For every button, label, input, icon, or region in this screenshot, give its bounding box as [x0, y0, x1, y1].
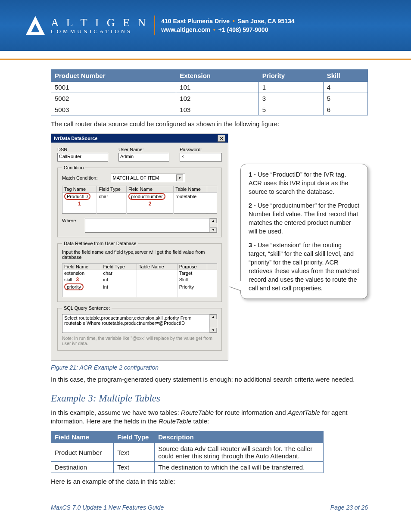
table-row: 5003 103 5 6 [51, 104, 368, 115]
table-row: Product Number Text Source data Adv Call… [51, 443, 324, 462]
match-condition-label: Match Condition: [62, 175, 98, 180]
table-row: 5002 102 3 5 [51, 93, 368, 104]
paragraph: In this case, the program-generated quer… [51, 375, 368, 384]
annotation-callout: 1 - Use “ProductID” for the IVR tag. ACR… [240, 164, 368, 299]
table-row: extension char Target [62, 270, 217, 277]
paragraph: The call router data source could be con… [51, 120, 368, 128]
password-input[interactable]: × [180, 153, 222, 162]
dsn-label: DSN [57, 147, 108, 152]
annotation-number-3: 3 [76, 277, 79, 283]
retrieve-hint: Input the field name and field type,serv… [62, 249, 217, 260]
where-textarea[interactable]: ▲▼ [85, 218, 217, 233]
product-table: Product Number Extension Priority Skill … [51, 69, 368, 115]
company-subname: COMMUNICATIONS [51, 28, 148, 34]
header-divider [154, 16, 155, 35]
th-field-name: Field Name [51, 431, 114, 443]
dialog-titlebar: IvrData DataSource ✕ [51, 134, 228, 143]
scroll-down-icon: ▼ [210, 227, 217, 232]
table-row: Destination Text The destination to whic… [51, 462, 324, 473]
scroll-up-icon: ▲ [210, 218, 217, 223]
annotation-number-1: 1 [78, 201, 81, 207]
th-description: Description [155, 431, 324, 443]
username-input[interactable]: Admin [118, 153, 169, 162]
table-row: ProductID char productnumber routetable [62, 193, 217, 201]
username-label: User Name: [118, 147, 169, 152]
th-extension: Extension [176, 70, 258, 82]
scroll-up-icon: ▲ [210, 314, 217, 319]
table-row: priority int Priority [62, 283, 217, 291]
annotation-circle: productnumber [128, 193, 165, 200]
sql-fieldset: SQL Query Sentence: Select routetable.pr… [57, 305, 222, 351]
annotation-circle: ProductID [64, 193, 90, 200]
ivrdata-dialog: IvrData DataSource ✕ DSN CallRouter User… [51, 134, 228, 361]
footer-doc-title: MaxCS 7.0 Update 1 New Features Guide [51, 504, 164, 511]
scrollbar[interactable]: ▲▼ [209, 218, 217, 232]
dialog-title: IvrData DataSource [54, 136, 98, 141]
logo: A L T I G E N COMMUNICATIONS [26, 16, 148, 35]
scrollbar[interactable]: ▲▼ [209, 314, 217, 333]
address-city: San Jose, CA 95134 [238, 18, 295, 25]
company-name: A L T I G E N [51, 17, 148, 28]
th-priority: Priority [258, 70, 323, 82]
address-web: www.altigen.com [161, 26, 210, 33]
address-street: 410 East Plumeria Drive [161, 18, 230, 25]
paragraph: In this example, assume we have two tabl… [51, 408, 368, 426]
dsn-input[interactable]: CallRouter [57, 153, 108, 162]
heading-example-3: Example 3: Multiple Tables [51, 393, 368, 404]
table-row: 5001 101 1 4 [51, 82, 368, 93]
logo-mark-icon [26, 16, 45, 35]
callout-tail-icon [230, 280, 242, 291]
scroll-down-icon: ▼ [210, 328, 217, 333]
annotation-circle: priority [64, 283, 84, 290]
paragraph: Here is an example of the data in this t… [51, 477, 368, 486]
th-skill: Skill [323, 70, 367, 82]
retrieve-fieldset: Data Retrieve from User Database Input t… [57, 241, 222, 302]
annotation-number-2: 2 [149, 201, 152, 207]
sql-textarea[interactable]: Select routetable.productnumber,extensio… [62, 314, 217, 333]
page-footer: MaxCS 7.0 Update 1 New Features Guide Pa… [0, 491, 411, 524]
condition-fieldset: Condition Match Condition: MATCH ALL OF … [57, 165, 222, 237]
document-header: A L T I G E N COMMUNICATIONS 410 East Pl… [0, 0, 411, 51]
field-table: Field Name Field Type Description Produc… [51, 431, 324, 473]
retrieve-grid[interactable]: Field Name Field Type Table Name Purpose… [62, 263, 217, 297]
th-field-type: Field Type [114, 431, 155, 443]
sql-legend: SQL Query Sentence: [62, 305, 112, 311]
header-address: 410 East Plumeria Drive • San Jose, CA 9… [161, 17, 294, 34]
condition-legend: Condition [62, 165, 85, 170]
password-label: Password: [180, 147, 222, 152]
dot-separator-icon: • [231, 18, 236, 25]
retrieve-legend: Data Retrieve from User Database [62, 241, 138, 246]
footer-page-number: Page 23 of 26 [330, 504, 368, 511]
address-phone: +1 (408) 597-9000 [218, 26, 268, 33]
figure-caption: Figure 21: ACR Example 2 configuration [51, 364, 368, 371]
condition-grid[interactable]: Tag Name Field Type Field Name Table Nam… [62, 186, 217, 214]
table-row: skill 3 int Skill [62, 276, 217, 283]
dot-separator-icon: • [212, 26, 217, 33]
close-icon[interactable]: ✕ [218, 135, 225, 142]
match-condition-select[interactable]: MATCH ALL OF ITEM ▼ [111, 174, 186, 182]
where-label: Where [62, 218, 81, 223]
th-product-number: Product Number [51, 70, 176, 82]
chevron-down-icon: ▼ [176, 174, 183, 181]
sql-note: Note: In run time, the variable like "@x… [62, 336, 217, 346]
